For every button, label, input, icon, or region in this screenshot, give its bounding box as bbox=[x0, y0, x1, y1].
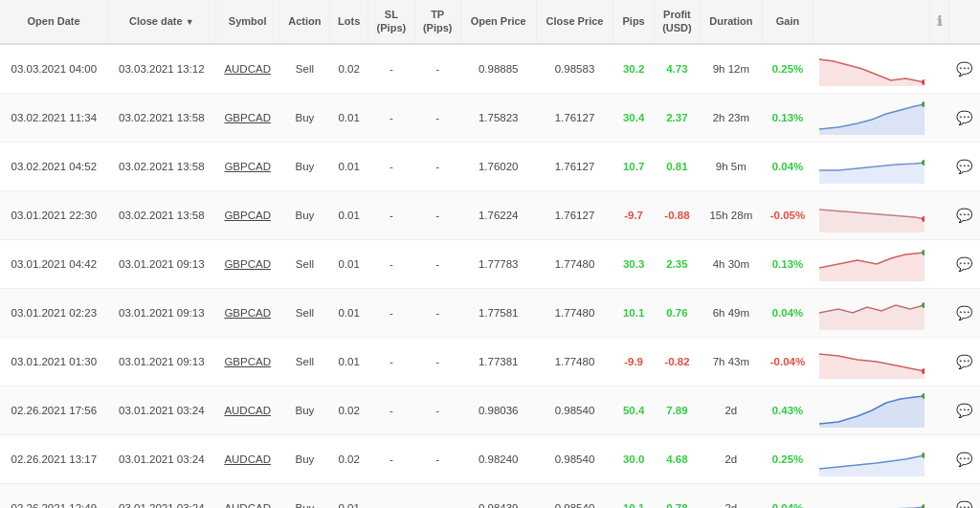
col-open-price[interactable]: Open Price bbox=[460, 0, 536, 44]
cell-chart bbox=[813, 190, 930, 239]
cell-pips: 30.2 bbox=[613, 44, 654, 94]
cell-profit: 0.78 bbox=[654, 483, 700, 508]
comment-icon[interactable]: 💬 bbox=[956, 110, 972, 125]
cell-close-price: 1.76127 bbox=[536, 190, 613, 239]
cell-open-date: 03.02.2021 11:34 bbox=[0, 93, 108, 142]
cell-sl: - bbox=[368, 142, 414, 190]
cell-comment[interactable]: 💬 bbox=[949, 93, 980, 142]
cell-open-date: 03.01.2021 01:30 bbox=[0, 337, 108, 386]
cell-profit: -0.88 bbox=[654, 190, 700, 239]
col-action[interactable]: Action bbox=[279, 0, 329, 44]
col-profit[interactable]: Profit (USD) bbox=[654, 0, 700, 44]
tp-sub: (Pips) bbox=[421, 21, 455, 34]
cell-comment[interactable]: 💬 bbox=[949, 434, 980, 483]
col-symbol[interactable]: Symbol bbox=[215, 0, 279, 44]
table-row: 03.01.2021 22:3003.02.2021 13:58GBPCADBu… bbox=[0, 190, 980, 239]
cell-symbol: AUDCAD bbox=[215, 44, 279, 94]
cell-comment[interactable]: 💬 bbox=[949, 386, 980, 434]
cell-profit: 0.81 bbox=[654, 142, 700, 190]
comment-icon[interactable]: 💬 bbox=[956, 403, 972, 418]
cell-open-price: 0.98885 bbox=[460, 44, 536, 94]
cell-lots: 0.02 bbox=[330, 386, 368, 434]
col-pips[interactable]: Pips bbox=[613, 0, 654, 44]
col-close-date[interactable]: Close date ▼ bbox=[108, 0, 216, 44]
cell-sl: - bbox=[368, 386, 414, 434]
cell-tp: - bbox=[414, 386, 460, 434]
cell-open-date: 03.03.2021 04:00 bbox=[0, 44, 108, 94]
cell-close-date: 03.01.2021 09:13 bbox=[108, 239, 216, 288]
cell-open-date: 03.02.2021 04:52 bbox=[0, 142, 108, 190]
cell-close-price: 1.77480 bbox=[536, 288, 613, 337]
cell-lots: 0.01 bbox=[330, 190, 368, 239]
comment-icon[interactable]: 💬 bbox=[956, 305, 972, 320]
cell-info bbox=[930, 142, 949, 190]
cell-close-price: 1.76127 bbox=[536, 142, 613, 190]
col-close-price[interactable]: Close Price bbox=[536, 0, 613, 44]
col-duration[interactable]: Duration bbox=[701, 0, 763, 44]
cell-comment[interactable]: 💬 bbox=[949, 288, 980, 337]
cell-chart bbox=[813, 142, 930, 190]
cell-pips: 30.4 bbox=[613, 93, 654, 142]
cell-open-price: 0.98036 bbox=[460, 386, 536, 434]
cell-chart bbox=[813, 288, 930, 337]
cell-close-price: 0.98540 bbox=[536, 386, 613, 434]
cell-duration: 15h 28m bbox=[701, 190, 763, 239]
col-sl[interactable]: SL (Pips) bbox=[368, 0, 414, 44]
cell-open-price: 1.77581 bbox=[460, 288, 536, 337]
cell-lots: 0.01 bbox=[330, 337, 368, 386]
cell-chart bbox=[813, 434, 930, 483]
cell-comment[interactable]: 💬 bbox=[949, 483, 980, 508]
cell-duration: 2h 23m bbox=[701, 93, 763, 142]
cell-tp: - bbox=[414, 142, 460, 190]
info-icon[interactable]: ℹ bbox=[937, 13, 942, 29]
cell-action: Sell bbox=[279, 288, 329, 337]
sort-desc-icon: ▼ bbox=[186, 17, 194, 27]
table-row: 03.02.2021 04:5203.02.2021 13:58GBPCADBu… bbox=[0, 142, 980, 190]
cell-comment[interactable]: 💬 bbox=[949, 190, 980, 239]
cell-pips: 50.4 bbox=[613, 386, 654, 434]
cell-comment[interactable]: 💬 bbox=[949, 337, 980, 386]
comment-icon[interactable]: 💬 bbox=[956, 354, 972, 369]
cell-lots: 0.01 bbox=[330, 142, 368, 190]
cell-action: Buy bbox=[279, 483, 329, 508]
cell-sl: - bbox=[368, 44, 414, 94]
cell-tp: - bbox=[414, 337, 460, 386]
cell-duration: 2d bbox=[701, 434, 763, 483]
cell-close-price: 1.77480 bbox=[536, 337, 613, 386]
cell-comment[interactable]: 💬 bbox=[949, 142, 980, 190]
cell-close-date: 03.01.2021 03:24 bbox=[108, 434, 216, 483]
cell-info bbox=[930, 239, 949, 288]
comment-icon[interactable]: 💬 bbox=[956, 61, 972, 77]
cell-comment[interactable]: 💬 bbox=[949, 44, 980, 94]
cell-comment[interactable]: 💬 bbox=[949, 239, 980, 288]
col-gain[interactable]: Gain bbox=[762, 0, 813, 44]
cell-pips: 10.7 bbox=[613, 142, 654, 190]
cell-symbol: AUDCAD bbox=[215, 386, 279, 434]
table-header-row: Open Date Close date ▼ Symbol Action Lot… bbox=[0, 0, 980, 44]
col-lots[interactable]: Lots bbox=[330, 0, 368, 44]
cell-open-price: 0.98240 bbox=[460, 434, 536, 483]
cell-close-date: 03.02.2021 13:58 bbox=[108, 190, 216, 239]
cell-action: Buy bbox=[279, 190, 329, 239]
col-open-date[interactable]: Open Date bbox=[0, 0, 108, 44]
cell-close-date: 03.02.2021 13:58 bbox=[108, 93, 216, 142]
cell-tp: - bbox=[414, 434, 460, 483]
cell-chart bbox=[813, 93, 930, 142]
comment-icon[interactable]: 💬 bbox=[956, 208, 972, 223]
cell-tp: - bbox=[414, 93, 460, 142]
col-tp[interactable]: TP (Pips) bbox=[414, 0, 460, 44]
comment-icon[interactable]: 💬 bbox=[956, 159, 972, 174]
comment-icon[interactable]: 💬 bbox=[956, 500, 972, 508]
col-chart bbox=[813, 0, 930, 44]
cell-duration: 9h 5m bbox=[701, 142, 763, 190]
comment-icon[interactable]: 💬 bbox=[956, 256, 972, 272]
cell-open-date: 02.26.2021 12:49 bbox=[0, 483, 108, 508]
comment-icon[interactable]: 💬 bbox=[956, 452, 972, 467]
cell-close-date: 03.01.2021 09:13 bbox=[108, 288, 216, 337]
cell-tp: - bbox=[414, 239, 460, 288]
cell-close-date: 03.01.2021 09:13 bbox=[108, 337, 216, 386]
cell-lots: 0.01 bbox=[330, 483, 368, 508]
sl-sub: (Pips) bbox=[374, 21, 408, 34]
cell-gain: 0.04% bbox=[762, 288, 813, 337]
cell-open-date: 03.01.2021 02:23 bbox=[0, 288, 108, 337]
